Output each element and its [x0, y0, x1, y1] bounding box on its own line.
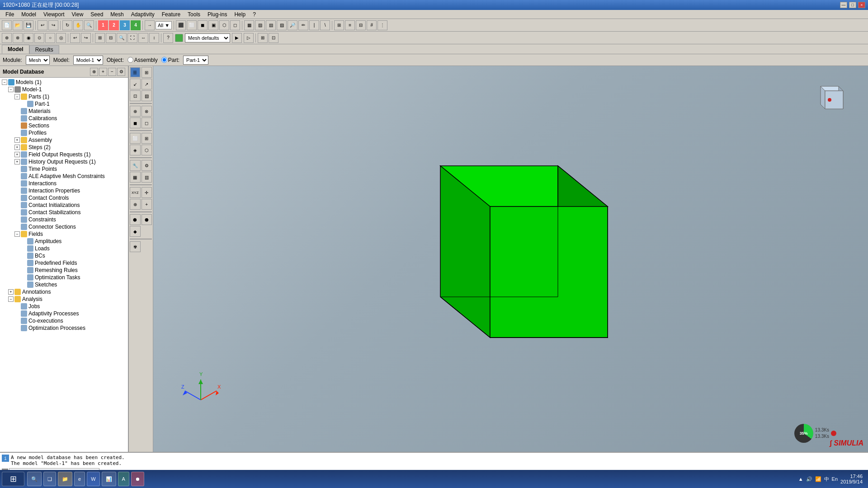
vtb-btn-12[interactable]: ⊞	[142, 133, 152, 144]
toolbar2-btn12[interactable]: ⛶	[127, 33, 137, 43]
taskbar-clock[interactable]: 17:46 2019/9/14	[840, 474, 863, 484]
tree-options-button[interactable]: ⚙	[117, 68, 125, 76]
tree-item-remeshing[interactable]: Remeshing Rules	[0, 267, 128, 274]
vtb-btn-4[interactable]: ↗	[142, 79, 152, 89]
toolbar2-btn2[interactable]: ⊗	[13, 33, 23, 43]
toolbar2-btn7[interactable]: ↩	[70, 33, 80, 43]
expand-btn-steps[interactable]: +	[14, 145, 20, 150]
toolbar2-btn1[interactable]: ⊕	[2, 33, 12, 43]
vtb-btn-25[interactable]: ◆	[130, 226, 141, 237]
expand-btn-field_output[interactable]: +	[14, 152, 20, 157]
tree-item-model1[interactable]: −Model-1	[0, 86, 128, 93]
tree-item-sections[interactable]: Sections	[0, 122, 128, 129]
tree-item-calibrations[interactable]: Calibrations	[0, 115, 128, 122]
mesh-btn1[interactable]: ▶	[232, 33, 242, 43]
vtb-btn-18[interactable]: ▥	[142, 172, 152, 183]
tree-item-constraints[interactable]: Constraints	[0, 216, 128, 223]
tree-item-field_output[interactable]: +Field Output Requests (1)	[0, 151, 128, 158]
tree-item-contact_controls[interactable]: Contact Controls	[0, 194, 128, 202]
expand-btn-analysis[interactable]: −	[8, 296, 14, 302]
vtb-btn-15[interactable]: 🔧	[130, 160, 141, 171]
tree-item-time_points[interactable]: Time Points	[0, 165, 128, 173]
word-taskbar[interactable]: W	[87, 472, 99, 486]
vtb-btn-22[interactable]: +	[142, 199, 152, 210]
toolbar2-btn14[interactable]: ↕	[149, 33, 159, 43]
menu-item-adaptivity[interactable]: Adaptivity	[127, 10, 158, 19]
toolbar2-btn8[interactable]: ↪	[81, 33, 91, 43]
tray-input[interactable]: En	[832, 476, 838, 482]
num4-button[interactable]: 4	[131, 20, 141, 30]
tool4[interactable]: ▣	[208, 20, 218, 30]
rotate-button[interactable]: ↻	[62, 20, 72, 30]
part-radio[interactable]	[161, 57, 167, 63]
tool10[interactable]: ▨	[277, 20, 287, 30]
menu-item-plug-ins[interactable]: Plug-ins	[204, 10, 231, 19]
module-select[interactable]: Mesh	[26, 56, 50, 65]
tool2[interactable]: ⬜	[187, 20, 197, 30]
record-taskbar[interactable]: ⏺	[131, 472, 144, 486]
vtb-btn-6[interactable]: ▧	[142, 90, 152, 101]
tab-results[interactable]: Results	[29, 45, 59, 54]
view-btn1[interactable]: ⊞	[258, 33, 268, 43]
tool8[interactable]: ▧	[255, 20, 265, 30]
vtb-btn-14[interactable]: ⬡	[142, 145, 152, 155]
start-button[interactable]: ⊞	[2, 472, 24, 486]
tool15[interactable]: ⊞	[334, 20, 344, 30]
vtb-btn-23[interactable]: ⬢	[130, 214, 141, 225]
vtb-btn-19[interactable]: XYZ	[130, 187, 141, 198]
pan-button[interactable]: ✋	[73, 20, 83, 30]
tool1[interactable]: ⬛	[176, 20, 186, 30]
num1-button[interactable]: 1	[98, 20, 108, 30]
tree-collapse-button[interactable]: −	[108, 68, 116, 76]
tray-lang[interactable]: 中	[824, 476, 829, 483]
toolbar2-btn6[interactable]: ◎	[56, 33, 66, 43]
tool18[interactable]: #	[367, 20, 377, 30]
expand-btn-fields[interactable]: −	[14, 231, 20, 237]
toolbar2-btn10[interactable]: ⊟	[106, 33, 116, 43]
mesh-defaults-select[interactable]: Mesh defaults	[185, 33, 230, 42]
vtb-btn-16[interactable]: ⚙	[142, 160, 152, 171]
tree-item-ale[interactable]: ALE Adaptive Mesh Constraints	[0, 173, 128, 180]
tool13[interactable]: |	[309, 20, 319, 30]
expand-btn-history_output[interactable]: +	[14, 159, 20, 164]
tree-item-models[interactable]: −Models (1)	[0, 79, 128, 86]
nav-cube[interactable]	[814, 80, 845, 111]
mesh-btn2[interactable]: ▷	[244, 33, 254, 43]
menu-item-mesh[interactable]: Mesh	[107, 10, 127, 19]
expand-btn-model1[interactable]: −	[8, 87, 14, 92]
vtb-btn-17[interactable]: ▦	[130, 172, 141, 183]
maximize-button[interactable]: □	[849, 2, 856, 8]
vtb-btn-10[interactable]: ◻	[142, 117, 152, 128]
tree-item-bcs[interactable]: BCs	[0, 252, 128, 259]
edge-taskbar[interactable]: e	[74, 472, 85, 486]
tool5[interactable]: ⬡	[219, 20, 229, 30]
tree-item-jobs[interactable]: Jobs	[0, 303, 128, 310]
tree-filter-button[interactable]: ⊕	[90, 68, 98, 76]
part-radio-label[interactable]: Part:	[161, 57, 179, 63]
vtb-btn-11[interactable]: ⬜	[130, 133, 141, 144]
vtb-btn-26[interactable]: ✾	[130, 241, 141, 252]
vtb-btn-24[interactable]: ⬣	[142, 214, 152, 225]
tool11[interactable]: 🔎	[288, 20, 297, 30]
menu-item-view[interactable]: View	[68, 10, 87, 19]
toolbar2-btn4[interactable]: ⊙	[34, 33, 44, 43]
tree-item-co_exec[interactable]: Co-executions	[0, 317, 128, 324]
view-btn2[interactable]: ⊡	[269, 33, 278, 43]
tree-item-optimization[interactable]: Optimization Tasks	[0, 274, 128, 281]
task-view-taskbar[interactable]: ❑	[43, 472, 56, 486]
menu-item-seed[interactable]: Seed	[87, 10, 107, 19]
tree-item-amplitudes[interactable]: Amplitudes	[0, 238, 128, 245]
part-select[interactable]: Part-1	[183, 56, 208, 65]
vtb-btn-7[interactable]: ⊕	[130, 106, 141, 117]
save-button[interactable]: 💾	[24, 20, 33, 30]
tree-item-profiles[interactable]: Profiles	[0, 129, 128, 136]
tool3[interactable]: ◼	[198, 20, 208, 30]
arrow-button[interactable]: →	[145, 20, 155, 30]
expand-btn-assembly[interactable]: +	[14, 137, 20, 143]
tree-item-annotations[interactable]: +Annotations	[0, 288, 128, 296]
tray-sound[interactable]: 🔊	[806, 476, 812, 482]
menu-item-model[interactable]: Model	[18, 10, 40, 19]
tree-item-contact_stab[interactable]: Contact Stabilizations	[0, 209, 128, 216]
open-button[interactable]: 📂	[13, 20, 23, 30]
app1-taskbar[interactable]: 📊	[102, 472, 116, 486]
